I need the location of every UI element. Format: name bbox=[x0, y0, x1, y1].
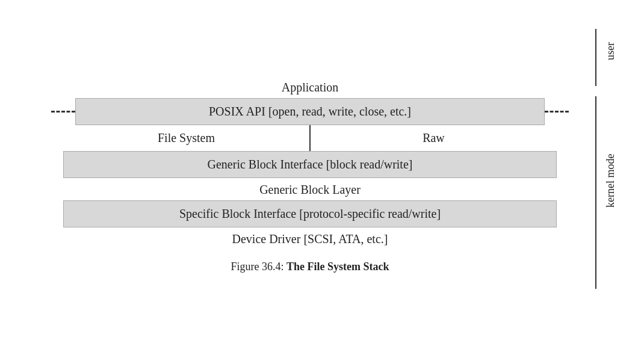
caption-bold-text: The File System Stack bbox=[286, 261, 389, 273]
posix-box: POSIX API [open, read, write, close, etc… bbox=[75, 98, 545, 125]
kernel-brace-line bbox=[595, 96, 596, 289]
caption-text: Figure 36.4: bbox=[231, 261, 284, 273]
specific-block-interface-box: Specific Block Interface [protocol-speci… bbox=[63, 200, 557, 227]
dashed-left bbox=[51, 111, 75, 113]
generic-block-interface-box: Generic Block Interface [block read/writ… bbox=[63, 151, 557, 178]
application-label: Application bbox=[51, 76, 569, 98]
filesystem-raw-row: File System Raw bbox=[63, 125, 557, 151]
posix-row: POSIX API [open, read, write, close, etc… bbox=[51, 98, 569, 125]
kernel-mode-label: kernel mode bbox=[604, 90, 617, 271]
diagram-container: user kernel mode Application POSIX API [… bbox=[27, 12, 617, 337]
generic-block-layer-label: Generic Block Layer bbox=[51, 178, 569, 200]
user-brace-line bbox=[595, 29, 596, 86]
device-driver-label: Device Driver [SCSI, ATA, etc.] bbox=[51, 227, 569, 250]
raw-label: Raw bbox=[311, 125, 557, 151]
user-label: user bbox=[604, 24, 617, 78]
stack-wrapper: Application POSIX API [open, read, write… bbox=[51, 76, 569, 273]
dashed-right bbox=[545, 111, 569, 113]
figure-caption: Figure 36.4: The File System Stack bbox=[231, 261, 389, 273]
filesystem-label: File System bbox=[63, 125, 311, 151]
